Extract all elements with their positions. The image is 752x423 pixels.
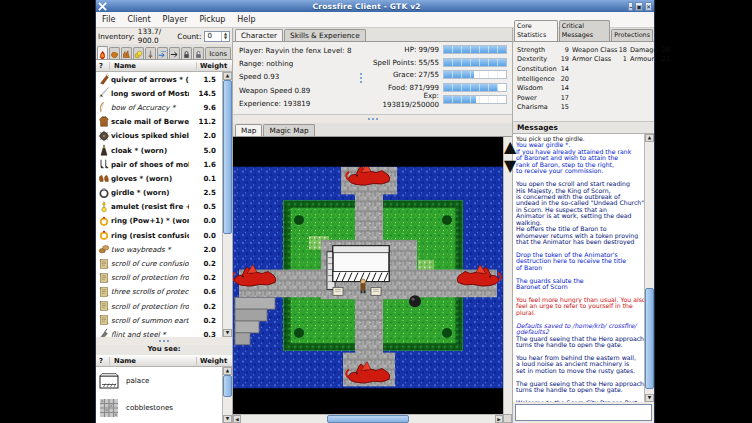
scroll-up-icon[interactable]: ▲ bbox=[223, 72, 232, 80]
inventory-item-row[interactable]: girdle * (worn)2.5 bbox=[96, 186, 222, 200]
scroll-up-icon[interactable]: ▲ bbox=[504, 137, 512, 156]
scrollbar-thumb[interactable] bbox=[223, 375, 232, 397]
tab-stats[interactable]: Core Statistics bbox=[514, 20, 558, 41]
messages-title: Messages bbox=[513, 122, 654, 134]
game-map[interactable] bbox=[233, 137, 503, 414]
inventory-filter-tab[interactable] bbox=[97, 46, 108, 59]
inventory-filter-tab[interactable] bbox=[121, 47, 132, 59]
inventory-filter-tab[interactable] bbox=[181, 47, 192, 59]
scroll-down-icon[interactable]: ▼ bbox=[645, 394, 654, 402]
inventory-filter-tab[interactable] bbox=[109, 47, 120, 59]
column-header-name[interactable]: Name bbox=[110, 62, 197, 70]
center-panel: CharacterSkills & Experience Player: Ray… bbox=[233, 28, 512, 423]
inventory-scrollbar[interactable]: ▲ ▼ bbox=[222, 72, 232, 337]
ground-scrollbar[interactable]: ▲ ▼ bbox=[222, 367, 232, 423]
map-horizontal-scrollbar[interactable]: ◀ ▶ bbox=[233, 414, 503, 423]
scroll-up-icon[interactable]: ▲ bbox=[645, 134, 654, 142]
scroll-left-icon[interactable]: ◀ bbox=[233, 415, 241, 423]
item-weight: 1.5 bbox=[189, 75, 222, 84]
column-header-weight[interactable]: Weight bbox=[197, 62, 232, 70]
ground-item-row[interactable]: palace bbox=[96, 367, 222, 394]
stat-bar-fill bbox=[444, 96, 476, 103]
scroll-icon bbox=[96, 257, 111, 270]
inventory-item-row[interactable]: vicious spiked shield +12.0 bbox=[96, 129, 222, 143]
inventory-item-row[interactable]: scroll of protection from attac0.2 bbox=[96, 271, 222, 285]
window-title: Crossfire Client - GTK v2 bbox=[107, 2, 626, 11]
item-name: cloak * (worn) bbox=[111, 146, 189, 155]
messages-scrollbar[interactable]: ▲ ▼ bbox=[644, 134, 654, 402]
column-header-flag[interactable]: ? bbox=[96, 62, 110, 70]
spin-down-icon[interactable]: ▼ bbox=[222, 36, 229, 41]
map-vertical-scrollbar[interactable]: ▲ ▼ bbox=[503, 137, 512, 414]
scroll-icon bbox=[96, 314, 111, 327]
inventory-item-row[interactable]: scroll of summon earth elem0.2 bbox=[96, 313, 222, 327]
stat-bar bbox=[443, 45, 507, 54]
column-header-name[interactable]: Name bbox=[110, 357, 197, 365]
pane-splitter[interactable] bbox=[357, 42, 365, 114]
tab-character[interactable]: Skills & Experience bbox=[284, 29, 366, 41]
item-name: pair of shoes of mobility bbox=[111, 160, 189, 169]
inventory-item-row[interactable]: three scrolls of protection fro0.6 bbox=[96, 285, 222, 299]
inventory-filter-tab[interactable] bbox=[133, 47, 144, 59]
scroll-up-icon[interactable]: ▲ bbox=[223, 367, 232, 375]
scrollbar-thumb[interactable] bbox=[327, 415, 408, 423]
inventory-item-row[interactable]: ring (resist confusion +2!0.0 bbox=[96, 228, 222, 242]
tab-character[interactable]: Character bbox=[235, 29, 283, 41]
inventory-item-row[interactable]: flint and steel *0.3 bbox=[96, 327, 222, 337]
inventory-item-row[interactable]: ring (Pow+1) * (worn)0.0 bbox=[96, 214, 222, 228]
ground-column-headers: ? Name Weight bbox=[96, 355, 232, 367]
window-control-button[interactable]: ▣ bbox=[635, 2, 643, 11]
inventory-filter-tab[interactable]: Icons bbox=[205, 47, 231, 59]
inventory-item-row[interactable]: scroll of cure confusion (lvl 70.2 bbox=[96, 256, 222, 270]
stat-label: Strength bbox=[517, 46, 559, 54]
inventory-filter-tab[interactable] bbox=[145, 47, 156, 59]
tab-map[interactable]: Magic Map bbox=[263, 124, 314, 136]
item-name: vicious spiked shield +1 bbox=[111, 131, 189, 140]
stat-label: Power bbox=[517, 94, 559, 102]
ground-item-row[interactable]: cobblestones bbox=[96, 394, 222, 421]
inventory-item-row[interactable]: amulet (resist fire +20) *0.5 bbox=[96, 200, 222, 214]
scroll-down-icon[interactable]: ▼ bbox=[223, 415, 232, 423]
window-control-button[interactable]: – bbox=[628, 2, 633, 11]
menu-item[interactable]: Help bbox=[231, 15, 261, 24]
count-value[interactable]: 0 bbox=[205, 32, 221, 41]
inventory-item-row[interactable]: scroll of protection from canc0.2 bbox=[96, 299, 222, 313]
inventory-filter-tab[interactable] bbox=[157, 47, 168, 59]
column-header-flag[interactable]: ? bbox=[96, 357, 110, 365]
stat-bar bbox=[443, 95, 507, 104]
stat-label: Armor Class bbox=[572, 55, 618, 63]
window-control-button[interactable]: ✕ bbox=[645, 2, 652, 11]
inventory-item-row[interactable]: quiver of arrows * (activ1.5 bbox=[96, 72, 222, 86]
scroll-down-icon[interactable]: ▼ bbox=[504, 156, 512, 175]
pane-splitter[interactable] bbox=[96, 337, 232, 345]
inventory-filter-tab[interactable] bbox=[193, 47, 204, 59]
inventory-item-row[interactable]: cloak * (worn)5.0 bbox=[96, 143, 222, 157]
count-spinner[interactable]: 0 ▲▼ bbox=[204, 31, 230, 42]
menu-item[interactable]: File bbox=[96, 15, 121, 24]
command-input[interactable] bbox=[515, 404, 652, 421]
scrollbar-thumb[interactable] bbox=[645, 288, 654, 389]
menu-item[interactable]: Pickup bbox=[193, 15, 231, 24]
tab-stats[interactable]: Critical Messages bbox=[559, 20, 611, 41]
inventory-item-row[interactable]: scale mail of Berwean +211.2 bbox=[96, 115, 222, 129]
scrollbar-thumb[interactable] bbox=[223, 80, 232, 234]
inventory-item-row[interactable]: long sword of Mostrai +314.5 bbox=[96, 86, 222, 100]
inventory-item-row[interactable]: two waybreads *2.0 bbox=[96, 242, 222, 256]
scroll-right-icon[interactable]: ▶ bbox=[495, 415, 503, 423]
pane-splitter[interactable] bbox=[233, 115, 512, 123]
column-header-weight[interactable]: Weight bbox=[197, 357, 232, 365]
title-bar[interactable]: Crossfire Client - GTK v2 –▣✕ bbox=[96, 0, 654, 12]
menu-item[interactable]: Player bbox=[157, 15, 194, 24]
item-weight: 0.2 bbox=[189, 259, 222, 268]
stat-bar bbox=[443, 70, 507, 79]
menu-item[interactable]: Client bbox=[121, 15, 156, 24]
message-line: Welcome to the Scorn City Dragon Port bbox=[516, 400, 644, 402]
inventory-item-row[interactable]: gloves * (worn)0.1 bbox=[96, 171, 222, 185]
tab-stats[interactable]: Protections bbox=[611, 29, 653, 41]
core-statistics: Strength9Weapon Class18Damage28Dexterity… bbox=[513, 42, 654, 122]
inventory-item-row[interactable]: pair of shoes of mobility1.6 bbox=[96, 157, 222, 171]
tab-map[interactable]: Map bbox=[235, 124, 262, 136]
scroll-down-icon[interactable]: ▼ bbox=[223, 329, 232, 337]
inventory-filter-tab[interactable] bbox=[169, 47, 180, 59]
inventory-item-row[interactable]: bow of Accuracy *9.6 bbox=[96, 100, 222, 114]
